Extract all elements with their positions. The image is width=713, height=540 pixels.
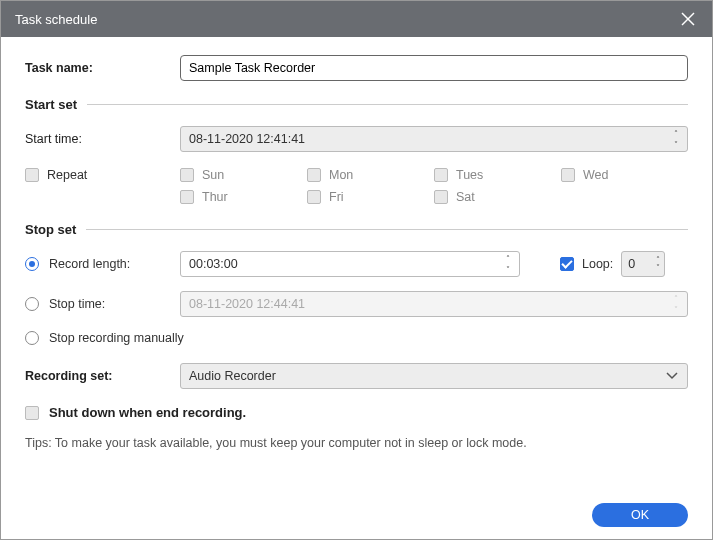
day-wed-label: Wed [583,168,608,182]
task-name-input[interactable] [180,55,688,81]
record-length-label: Record length: [49,257,130,271]
start-time-value: 08-11-2020 12:41:41 [189,132,305,146]
day-sat-checkbox[interactable] [434,190,448,204]
day-thur-label: Thur [202,190,228,204]
day-sat-label: Sat [456,190,475,204]
record-length-input[interactable]: 00:03:00 ˄ ˅ [180,251,520,277]
recording-set-value: Audio Recorder [189,369,276,383]
record-length-value: 00:03:00 [189,257,238,271]
shutdown-label: Shut down when end recording. [49,405,246,420]
day-mon-checkbox[interactable] [307,168,321,182]
loop-label: Loop: [582,257,613,271]
day-wed-checkbox[interactable] [561,168,575,182]
start-time-label: Start time: [25,132,180,146]
start-time-input[interactable]: 08-11-2020 12:41:41 ˄ ˅ [180,126,688,152]
recording-set-label: Recording set: [25,369,180,383]
stop-time-value: 08-11-2020 12:44:41 [189,297,305,311]
loop-input[interactable]: 0 ˄ ˅ [621,251,665,277]
chevron-up-icon: ˄ [669,294,683,303]
shutdown-checkbox[interactable] [25,406,39,420]
start-set-header: Start set [25,97,77,112]
task-name-label: Task name: [25,61,180,75]
day-sun-checkbox[interactable] [180,168,194,182]
stop-manual-label: Stop recording manually [49,331,184,345]
day-tues-checkbox[interactable] [434,168,448,182]
stop-time-label: Stop time: [49,297,105,311]
close-icon[interactable] [678,9,698,29]
day-sun-label: Sun [202,168,224,182]
divider [86,229,688,230]
repeat-checkbox[interactable] [25,168,39,182]
loop-value: 0 [628,257,635,271]
stop-time-radio[interactable] [25,297,39,311]
chevron-up-icon[interactable]: ˄ [501,254,515,263]
dialog-content: Task name: Start set Start time: 08-11-2… [1,37,712,539]
chevron-down-icon[interactable]: ˅ [669,140,683,149]
chevron-down-icon[interactable]: ˅ [656,264,660,272]
day-mon-label: Mon [329,168,353,182]
day-fri-label: Fri [329,190,344,204]
day-fri-checkbox[interactable] [307,190,321,204]
record-length-radio[interactable] [25,257,39,271]
loop-checkbox[interactable] [560,257,574,271]
recording-set-select[interactable]: Audio Recorder [180,363,688,389]
tips-text: Tips: To make your task available, you m… [25,436,688,450]
day-tues-label: Tues [456,168,483,182]
divider [87,104,688,105]
window-title: Task schedule [15,12,97,27]
day-thur-checkbox[interactable] [180,190,194,204]
chevron-down-icon: ˅ [669,305,683,314]
chevron-up-icon[interactable]: ˄ [669,129,683,138]
titlebar: Task schedule [1,1,712,37]
stop-time-input: 08-11-2020 12:44:41 ˄ ˅ [180,291,688,317]
chevron-down-icon [665,371,679,381]
repeat-label: Repeat [47,168,87,182]
ok-button[interactable]: OK [592,503,688,527]
days-grid: Sun Mon Tues Wed Thur Fri Sat [180,168,688,204]
task-schedule-dialog: Task schedule Task name: Start set Start… [0,0,713,540]
stop-manual-radio[interactable] [25,331,39,345]
chevron-down-icon[interactable]: ˅ [501,265,515,274]
stop-set-header: Stop set [25,222,76,237]
